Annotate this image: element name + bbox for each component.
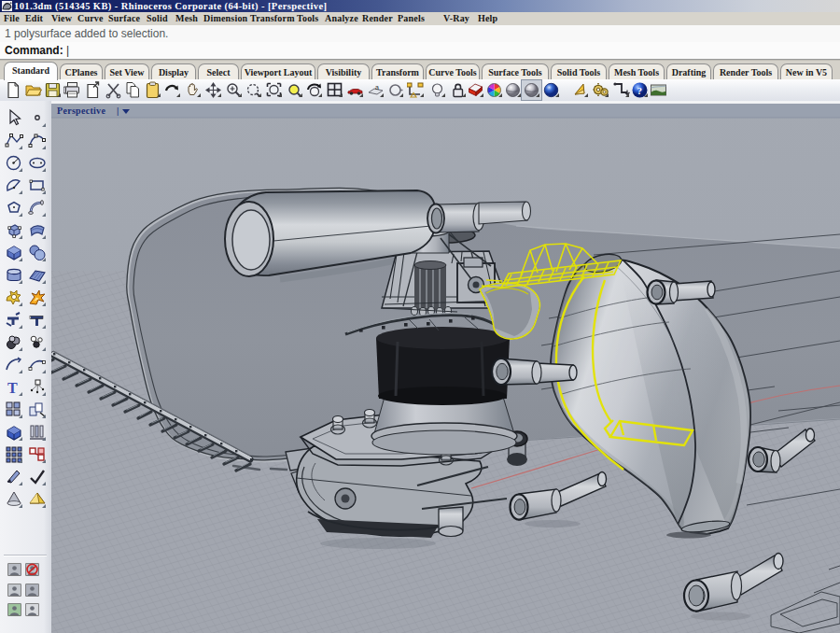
svg-text:T: T xyxy=(7,380,18,396)
svg-text:|: | xyxy=(117,106,119,116)
svg-text:a: a xyxy=(375,84,379,91)
svg-text:?: ? xyxy=(637,85,643,96)
svg-text:Perspective: Perspective xyxy=(57,106,105,116)
